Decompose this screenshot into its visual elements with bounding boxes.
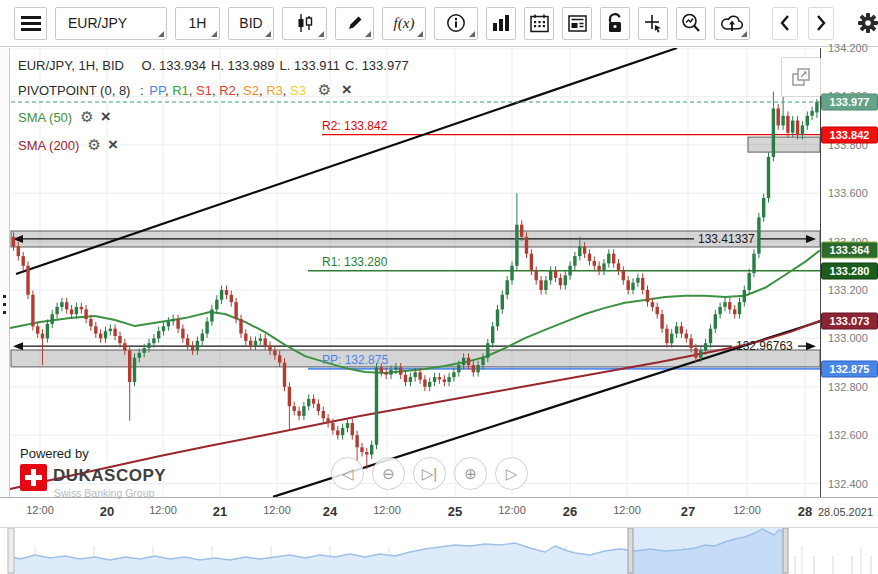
cloud-upload-icon	[721, 14, 743, 32]
current-price-badge: 133.977	[821, 94, 878, 111]
price-tick-label: 132.400	[828, 478, 868, 490]
pivot-r1-badge: 133.280	[821, 262, 878, 279]
pivot-level-r1: R1	[172, 83, 189, 98]
navigator-selection[interactable]	[633, 527, 783, 574]
indicator-settings-gear-icon[interactable]: ⚙	[87, 136, 100, 153]
price-side-selector[interactable]: BID	[228, 7, 274, 40]
zoom-in-button[interactable]: ⊕	[454, 457, 487, 490]
pivot-settings-gear-icon[interactable]: ⚙	[318, 81, 331, 98]
zones-layer	[11, 137, 820, 367]
time-label: 12:00	[26, 504, 54, 516]
indicator-label: SMA (200)	[18, 138, 79, 153]
scroll-left-button[interactable]	[772, 7, 798, 40]
pivot-line-label: PP: 132.875	[322, 353, 388, 367]
separator: ,	[189, 83, 196, 98]
sma50-value-badge: 133.364	[821, 242, 878, 259]
play-to-end-button[interactable]: ▷|	[413, 457, 446, 490]
pivot-pp-badge: 132.875	[821, 360, 878, 377]
ohlc-item: C. 133.977	[345, 58, 409, 73]
timeframe-selector[interactable]: 1H	[175, 7, 220, 40]
price-side-label: BID	[239, 15, 262, 31]
detach-chart-button[interactable]	[781, 57, 821, 97]
pivot-level-s3: S3	[290, 83, 306, 98]
drag-dot	[3, 311, 6, 314]
support-zone	[11, 350, 820, 367]
zoom-out-button[interactable]: ⊖	[372, 457, 405, 490]
axis-date-label: 28.05.2021	[818, 506, 873, 518]
news-button[interactable]	[562, 7, 592, 40]
brand-tagline: Swiss Banking Group	[54, 487, 166, 499]
pivot-level-r3: R3	[266, 83, 283, 98]
chart-type-selector[interactable]	[282, 7, 327, 40]
pivot-line-label: R1: 133.280	[322, 255, 387, 269]
price-tick-label: 132.800	[828, 381, 868, 393]
instrument-label: EUR/JPY	[68, 15, 127, 31]
grid-layer	[11, 48, 820, 497]
calendar-button[interactable]	[524, 7, 554, 40]
news-icon	[568, 14, 587, 33]
pivot-r2-badge: 133.842	[821, 126, 878, 143]
side-panel-handle[interactable]	[0, 48, 10, 497]
instrument-selector[interactable]: EUR/JPY	[55, 7, 167, 40]
ohlc-item: L. 133.911	[280, 58, 340, 73]
step-forward-button[interactable]: ▷	[495, 457, 528, 490]
pivot-line-label: R2: 133.842	[322, 119, 387, 133]
price-tick-label: 133.000	[828, 332, 868, 344]
indicator-remove-icon[interactable]: ×	[108, 135, 118, 154]
scroll-right-button[interactable]	[808, 7, 834, 40]
menu-button[interactable]	[14, 7, 47, 40]
draw-tools-button[interactable]	[335, 7, 374, 40]
indicator-remove-icon[interactable]: ×	[101, 107, 111, 126]
chevron-left-icon	[780, 15, 790, 31]
pivot-lines-layer	[308, 135, 820, 369]
time-label: 12:00	[498, 504, 526, 516]
ohlc-item: H. 133.989	[211, 58, 275, 73]
lock-open-icon	[606, 13, 624, 33]
zone-price-label: 132.96763	[736, 339, 793, 353]
calendar-icon	[530, 14, 549, 33]
indicator-legend-row: SMA (50)⚙×	[18, 108, 111, 126]
crosshair-button[interactable]	[638, 7, 668, 40]
pivotpoint-legend: PIVOTPOINT (0, 8) : PP, R1, S1, R2, S2, …	[18, 81, 352, 99]
pivot-level-r2: R2	[219, 83, 236, 98]
chart-navigator[interactable]	[0, 527, 878, 574]
navigator-left-handle[interactable]	[628, 528, 633, 573]
step-back-button[interactable]: ◁	[331, 457, 364, 490]
branding: Powered by DUKASCOPY Swiss Banking Group	[20, 446, 166, 499]
candles-layer	[12, 92, 819, 470]
zone-price-label: 133.41337	[698, 232, 755, 246]
chevron-right-icon	[816, 15, 826, 31]
powered-by-label: Powered by	[20, 446, 166, 461]
crosshair-cursor-icon	[644, 14, 663, 33]
drag-dot	[3, 303, 6, 306]
price-chart[interactable]	[0, 48, 878, 497]
navigator-right-handle[interactable]	[783, 528, 788, 573]
pivot-remove-icon[interactable]: ×	[342, 80, 352, 99]
bar-chart-icon	[492, 14, 510, 32]
timeframe-label: 1H	[189, 15, 207, 31]
lock-button[interactable]	[600, 7, 630, 40]
navigator-scroll-handle[interactable]	[8, 528, 14, 573]
volume-button[interactable]	[486, 7, 516, 40]
cloud-save-button[interactable]	[714, 7, 750, 40]
sma200-value-badge: 133.073	[821, 312, 878, 329]
indicators-button[interactable]: f(x)	[382, 7, 426, 40]
time-label: 12:00	[263, 504, 291, 516]
indicator-settings-gear-icon[interactable]: ⚙	[80, 108, 93, 125]
time-label: 20	[100, 504, 114, 519]
time-axis[interactable]: 28.05.2021 12:002012:002112:002412:00251…	[0, 497, 878, 527]
info-button[interactable]	[434, 7, 478, 40]
time-label: 27	[681, 504, 695, 519]
time-label: 28	[798, 504, 812, 519]
separator: ,	[283, 83, 290, 98]
zoom-chart-button[interactable]	[676, 7, 706, 40]
price-tick-label: 132.600	[828, 429, 868, 441]
time-label: 12:00	[149, 504, 177, 516]
magnifier-chart-icon	[681, 13, 701, 33]
settings-button[interactable]	[854, 7, 878, 40]
trading-platform-window: { "toolbar": { "instrument": "EUR/JPY", …	[0, 0, 878, 574]
trendlines-layer	[16, 48, 822, 497]
hamburger-icon	[21, 15, 41, 31]
fx-icon: f(x)	[394, 15, 415, 32]
pivot-level-s2: S2	[243, 83, 259, 98]
